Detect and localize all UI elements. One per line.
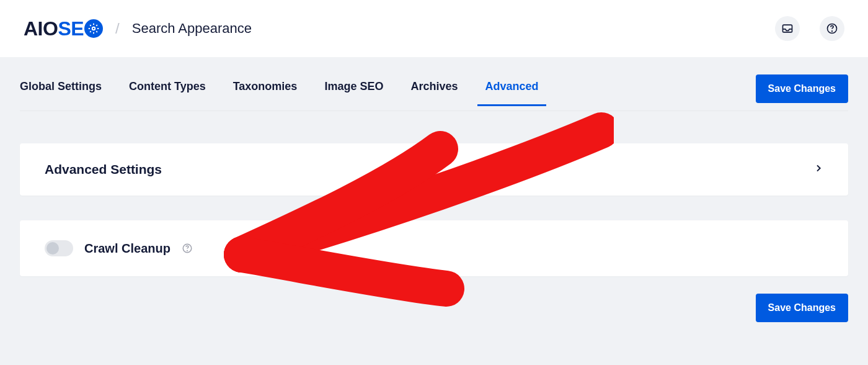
gear-icon xyxy=(84,19,103,38)
svg-point-5 xyxy=(187,250,188,251)
breadcrumb-divider: / xyxy=(115,20,120,37)
tab-archives[interactable]: Archives xyxy=(410,80,458,106)
svg-point-0 xyxy=(92,27,95,30)
save-button-top[interactable]: Save Changes xyxy=(756,74,848,103)
tab-image-seo[interactable]: Image SEO xyxy=(324,80,383,106)
crawl-cleanup-label: Crawl Cleanup xyxy=(84,241,170,256)
logo-suffix: SE xyxy=(58,17,84,40)
toggle-knob xyxy=(46,242,59,255)
chevron-right-icon xyxy=(813,163,823,176)
advanced-settings-card[interactable]: Advanced Settings xyxy=(20,143,848,196)
tabs-list: Global Settings Content Types Taxonomies… xyxy=(20,80,756,106)
tab-global-settings[interactable]: Global Settings xyxy=(20,80,102,106)
tab-advanced[interactable]: Advanced xyxy=(485,80,538,106)
annotation-arrow-icon xyxy=(217,112,614,310)
page-title: Search Appearance xyxy=(132,20,252,37)
help-icon[interactable] xyxy=(182,243,193,254)
logo-suffix-wrap: SE xyxy=(58,17,103,40)
logo: AIO SE xyxy=(24,17,103,40)
logo-prefix: AIO xyxy=(24,17,58,40)
crawl-cleanup-toggle[interactable] xyxy=(45,240,73,256)
tab-content-types[interactable]: Content Types xyxy=(129,80,206,106)
advanced-settings-title: Advanced Settings xyxy=(45,162,162,177)
help-button[interactable] xyxy=(820,16,844,41)
tab-taxonomies[interactable]: Taxonomies xyxy=(233,80,298,106)
crawl-cleanup-card: Crawl Cleanup xyxy=(20,220,848,276)
tabs-bar: Global Settings Content Types Taxonomies… xyxy=(20,57,848,111)
footer-actions: Save Changes xyxy=(20,294,848,330)
save-button-bottom[interactable]: Save Changes xyxy=(756,294,848,322)
svg-point-3 xyxy=(832,31,833,32)
app-header: AIO SE / Search Appearance xyxy=(0,0,868,57)
inbox-button[interactable] xyxy=(775,16,800,41)
